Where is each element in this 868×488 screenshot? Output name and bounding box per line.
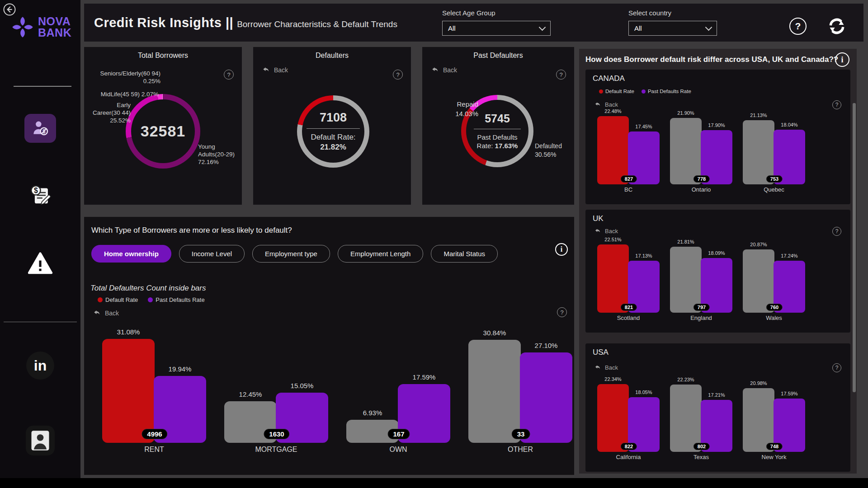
category-label: California: [597, 454, 660, 460]
logo-text-line1: NOVA: [38, 16, 71, 27]
category-label: Quebec: [743, 186, 805, 193]
borrower-type-section: Which Type of Borrowers are more or less…: [84, 217, 574, 475]
country-filter-label: Select country: [628, 9, 671, 17]
bar-group-england[interactable]: 21.81%18.09%797England: [670, 236, 732, 313]
bar-group-other[interactable]: 30.84%27.10%33OTHER: [468, 325, 572, 443]
credit-risk-dashboard: NOVABANK $: [0, 0, 868, 488]
default-rate-bar[interactable]: 21.13%: [743, 120, 774, 184]
help-icon[interactable]: ?: [557, 307, 567, 317]
category-label: BC: [597, 186, 660, 193]
tab-home-ownership[interactable]: Home ownership: [91, 245, 171, 263]
help-icon[interactable]: ?: [556, 70, 566, 80]
bar-group-texas[interactable]: 22.23%17.21%802Texas: [670, 375, 732, 452]
bar-value-label: 6.93%: [363, 409, 382, 417]
info-icon[interactable]: i: [835, 52, 849, 67]
bar-group-new-york[interactable]: 20.98%17.59%748New York: [743, 375, 805, 452]
chevron-down-icon: [705, 23, 712, 31]
country-dropdown[interactable]: All: [628, 21, 717, 36]
bar-group-bc[interactable]: 22.48%17.45%827BC: [597, 108, 660, 184]
bar-value-label: 22.48%: [604, 108, 621, 114]
country-name: CANADA: [593, 74, 625, 83]
bar-value-label: 17.13%: [635, 253, 652, 258]
back-circle-icon[interactable]: [3, 3, 16, 16]
sidebar-item-profile[interactable]: [26, 426, 55, 455]
bar-group-scotland[interactable]: 22.51%17.13%821Scotland: [597, 236, 660, 313]
default-rate-bar[interactable]: 21.81%: [670, 247, 702, 313]
category-label: Wales: [743, 314, 805, 321]
back-button[interactable]: Back: [431, 66, 457, 74]
back-button[interactable]: Back: [262, 66, 288, 74]
chart-legend: Default RatePast Defaults Rate: [599, 89, 691, 94]
uk-bar-chart: 22.51%17.13%821Scotland21.81%18.09%797En…: [597, 236, 841, 313]
borrower-type-tabs: Home ownershipIncome LevelEmployment typ…: [91, 245, 498, 263]
bar-value-label: 31.08%: [117, 328, 140, 336]
ownership-bar-chart: 31.08%19.94%4996RENT12.45%15.05%1630MORT…: [90, 325, 580, 443]
sidebar-item-loan-application[interactable]: $: [27, 182, 53, 210]
default-rate-legend-dot: [98, 297, 103, 302]
bar-value-label: 17.90%: [708, 122, 725, 128]
back-arrow-icon: [594, 364, 601, 371]
chart-note: Total Defaulters Count inside bars: [90, 284, 206, 293]
default-rate-bar[interactable]: 22.51%: [597, 244, 629, 313]
past-defaults-rate-value: 17.63%: [495, 142, 518, 150]
legend-label: Past Defaults Rate: [648, 89, 691, 94]
default-rate-bar[interactable]: 22.34%: [597, 384, 629, 452]
sidebar-item-risk-alerts[interactable]: [26, 249, 54, 279]
back-button[interactable]: Back: [594, 364, 618, 371]
legend-dot: [599, 89, 603, 94]
country-comparison-panel: How does Borrower default risk differ ac…: [579, 49, 857, 474]
default-rate-bar[interactable]: 21.90%: [670, 118, 702, 184]
past-defaults-rate-line: Rate: 17.63%: [477, 141, 518, 150]
bar-group-own[interactable]: 6.93%17.59%167OWN: [346, 325, 450, 443]
donut-label-midlife: MidLife(45 59) 2.07%: [101, 90, 159, 98]
defaulters-count-badge: 4996: [142, 429, 167, 439]
past-defaults-label: Past Defaults: [477, 133, 517, 141]
help-icon[interactable]: ?: [224, 70, 234, 80]
default-rate-bar[interactable]: 31.08%: [102, 339, 155, 443]
tab-employment-length[interactable]: Employment Length: [338, 245, 423, 263]
donut-label-young-adults: Young Adults(20-29) 72.16%: [198, 143, 235, 166]
age-group-dropdown-value: All: [448, 24, 456, 32]
panel-scrollbar[interactable]: [853, 103, 856, 392]
bar-value-label: 18.04%: [781, 122, 797, 127]
age-group-dropdown[interactable]: All: [442, 21, 551, 36]
header-bar: Credit Risk Insights ||Borrower Characte…: [84, 4, 863, 42]
tab-employment-type[interactable]: Employment type: [252, 245, 330, 263]
default-rate-bar[interactable]: 30.84%: [468, 340, 521, 443]
category-label: Ontario: [670, 186, 732, 193]
default-rate-donut-chart[interactable]: 7108 Default Rate: 21.82%: [297, 95, 369, 168]
bar-value-label: 17.59%: [781, 391, 797, 396]
donut-label-defaulted: Defaulted 30.56%: [535, 142, 562, 159]
tab-marital-status[interactable]: Marital Status: [431, 245, 498, 263]
help-icon[interactable]: ?: [832, 227, 841, 236]
default-rate-bar[interactable]: 22.23%: [670, 385, 702, 452]
bar-group-wales[interactable]: 20.87%17.24%760Wales: [743, 236, 805, 313]
bar-group-mortgage[interactable]: 12.45%15.05%1630MORTGAGE: [224, 325, 328, 443]
tab-income-level[interactable]: Income Level: [179, 245, 245, 263]
help-icon[interactable]: ?: [393, 70, 403, 80]
sidebar-item-borrowers[interactable]: $: [24, 114, 56, 143]
usa-bar-chart: 22.34%18.05%822California22.23%17.21%802…: [597, 375, 841, 452]
bar-group-california[interactable]: 22.34%18.05%822California: [597, 375, 660, 452]
back-button[interactable]: Back: [594, 101, 618, 108]
defaulters-count-badge: 167: [387, 429, 410, 439]
bar-group-ontario[interactable]: 21.90%17.90%778Ontario: [670, 108, 732, 184]
bar-group-rent[interactable]: 31.08%19.94%4996RENT: [102, 325, 206, 443]
help-icon[interactable]: ?: [832, 363, 841, 372]
default-rate-bar[interactable]: 20.98%: [743, 388, 774, 452]
help-icon[interactable]: ?: [789, 18, 807, 35]
refresh-sync-icon[interactable]: [827, 16, 847, 36]
donut-label-repaid: Repaid 14.03%: [455, 99, 478, 118]
category-label: OWN: [346, 446, 450, 454]
age-group-donut-chart[interactable]: 32581: [126, 94, 200, 169]
sidebar-item-linkedin[interactable]: in: [26, 352, 54, 380]
back-arrow-icon: [262, 66, 270, 74]
bar-value-label: 18.09%: [708, 250, 725, 256]
country-card-usa: USABack?22.34%18.05%822California22.23%1…: [585, 343, 850, 472]
country-name: USA: [593, 348, 609, 357]
bar-group-quebec[interactable]: 21.13%18.04%753Quebec: [743, 108, 805, 184]
back-button[interactable]: Back: [594, 228, 618, 235]
default-rate-bar[interactable]: 22.48%: [597, 116, 629, 184]
info-icon[interactable]: i: [555, 243, 568, 256]
back-button[interactable]: Back: [93, 309, 119, 317]
